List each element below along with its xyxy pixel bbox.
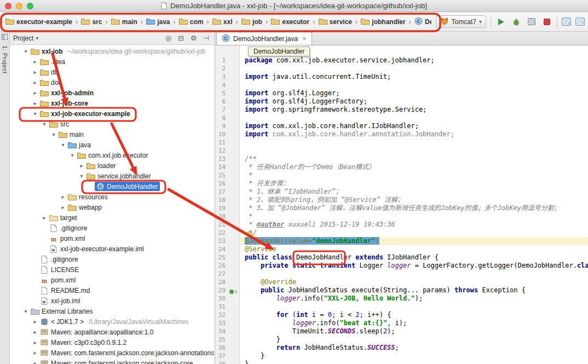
debug-button[interactable] bbox=[511, 16, 522, 27]
stop-button[interactable] bbox=[541, 16, 552, 27]
line-number[interactable]: 26 bbox=[215, 262, 240, 270]
line-number[interactable]: 35 bbox=[215, 336, 240, 344]
line-number[interactable]: 8 bbox=[215, 114, 240, 122]
chevron-collapsed-icon[interactable]: ▸ bbox=[78, 163, 85, 169]
intention-bulb-icon[interactable] bbox=[246, 232, 252, 238]
close-window-button[interactable] bbox=[5, 3, 11, 9]
breadcrumb-item-executor[interactable]: executor bbox=[270, 16, 310, 27]
tree-row-readme.md[interactable]: README.md bbox=[10, 285, 215, 296]
tree-row-src[interactable]: ▾src bbox=[10, 119, 215, 129]
tree-row-xxl-job[interactable]: ▾xxl-job~/workspaces/idea-git-workspace/… bbox=[10, 46, 215, 56]
chevron-collapsed-icon[interactable]: ▸ bbox=[31, 79, 39, 85]
line-number[interactable]: 34 bbox=[215, 327, 240, 336]
zoom-window-button[interactable] bbox=[27, 3, 33, 9]
line-number[interactable]: 10 bbox=[215, 130, 240, 138]
chevron-collapsed-icon[interactable]: ▸ bbox=[31, 319, 39, 325]
line-number[interactable]: 11 bbox=[215, 138, 240, 147]
view-dropdown-icon[interactable]: ▾ bbox=[36, 35, 38, 41]
tree-row-.gitignore[interactable]: .gitignore bbox=[10, 223, 215, 233]
tree-row-xxl-job-executor-example.iml[interactable]: xxl-job-executor-example.iml bbox=[10, 244, 215, 254]
run-config-selector[interactable]: Tomcat7 ▾ bbox=[436, 15, 486, 28]
project-toolwindow-button[interactable]: 1: Project bbox=[2, 45, 8, 73]
chevron-expanded-icon[interactable]: ▾ bbox=[50, 131, 57, 137]
collapse-all-icon[interactable]: ⊟ bbox=[176, 34, 186, 42]
line-number[interactable]: 15 bbox=[215, 171, 240, 180]
tree-row-xxl-job-executor-example[interactable]: ▾xxl-job-executor-example bbox=[10, 108, 215, 119]
tree-row-db[interactable]: ▸db bbox=[10, 67, 215, 77]
breadcrumb-item-main[interactable]: main bbox=[110, 16, 139, 27]
breadcrumb-item-xxl[interactable]: xxl bbox=[211, 16, 234, 27]
line-number[interactable]: 1 bbox=[215, 56, 240, 65]
line-number[interactable]: 37 bbox=[215, 352, 240, 360]
breadcrumb-item-demojobhandler[interactable]: CDemoJobHandler bbox=[413, 16, 431, 28]
line-number[interactable]: 16 bbox=[215, 180, 240, 188]
line-number[interactable]: 38 bbox=[215, 360, 240, 364]
tree-row-.idea[interactable]: ▸.idea bbox=[10, 56, 215, 67]
chevron-collapsed-icon[interactable]: ▸ bbox=[59, 194, 67, 200]
line-number[interactable]: 31 bbox=[215, 303, 240, 311]
line-number[interactable]: 21 bbox=[215, 221, 240, 229]
tree-row-main[interactable]: ▾main bbox=[10, 129, 215, 140]
line-number[interactable]: 28 bbox=[215, 278, 240, 286]
line-number[interactable]: 5 bbox=[215, 89, 240, 97]
line-number[interactable]: 22 bbox=[215, 229, 240, 237]
tree-row-webapp[interactable]: ▸webapp bbox=[10, 202, 215, 212]
vcs-commit-button[interactable]: ↑ bbox=[575, 18, 585, 26]
tree-row-demojobhandler[interactable]: CDemoJobHandler bbox=[10, 181, 215, 192]
line-number[interactable]: 13 bbox=[215, 155, 240, 163]
tree-row-loader[interactable]: ▸loader bbox=[10, 160, 215, 171]
line-number[interactable]: 29↑ bbox=[215, 286, 240, 294]
line-number[interactable]: 19 bbox=[215, 204, 240, 212]
context-tag[interactable]: DemoJobHandler bbox=[248, 47, 310, 56]
chevron-collapsed-icon[interactable]: ▸ bbox=[31, 100, 39, 106]
tree-row-maven-com.fasterxml.jackson.core-jackson-annotations[interactable]: ▸Maven: com.fasterxml.jackson.core:jacks… bbox=[10, 348, 215, 358]
line-number[interactable]: 9 bbox=[215, 122, 240, 130]
tree-row-maven-aopalliance-aopalliance-1.0[interactable]: ▸Maven: aopalliance:aopalliance:1.0 bbox=[10, 327, 215, 337]
tree-row-external-libraries[interactable]: ▾External Libraries bbox=[10, 306, 215, 316]
chevron-expanded-icon[interactable]: ▾ bbox=[31, 111, 39, 117]
chevron-collapsed-icon[interactable]: ▸ bbox=[31, 69, 39, 75]
breadcrumb-item-src[interactable]: src bbox=[80, 16, 103, 27]
tree-row-service.jobhandler[interactable]: ▾service.jobhandler bbox=[10, 171, 215, 181]
line-number[interactable]: 17 bbox=[215, 188, 240, 196]
line-number[interactable]: 36 bbox=[215, 344, 240, 352]
breadcrumb-item-job[interactable]: job bbox=[240, 16, 263, 27]
coverage-button[interactable] bbox=[526, 16, 537, 27]
line-number[interactable]: 2 bbox=[215, 65, 240, 73]
chevron-collapsed-icon[interactable]: ▸ bbox=[31, 360, 39, 364]
tree-row-license[interactable]: LICENSE bbox=[10, 264, 215, 275]
chevron-expanded-icon[interactable]: ▾ bbox=[68, 152, 76, 158]
breadcrumb-item-java[interactable]: java bbox=[145, 16, 171, 27]
tree-row-com.xxl.job.executor[interactable]: ▾com.xxl.job.executor bbox=[10, 150, 215, 160]
tree-row-maven-c3p0-c3p0-0.9.1.2[interactable]: ▸Maven: c3p0:c3p0:0.9.1.2 bbox=[10, 337, 215, 348]
breadcrumb-item-executor-example[interactable]: executor-example bbox=[4, 16, 73, 27]
line-number[interactable]: 25 bbox=[215, 253, 240, 262]
chevron-expanded-icon[interactable]: ▾ bbox=[22, 48, 30, 54]
close-icon[interactable]: × bbox=[302, 34, 307, 43]
chevron-collapsed-icon[interactable]: ▸ bbox=[31, 90, 39, 96]
tree-row-xxl-job.iml[interactable]: xxl-job.iml bbox=[10, 296, 215, 306]
chevron-collapsed-icon[interactable]: ▸ bbox=[41, 215, 48, 221]
line-number[interactable]: 6 bbox=[215, 97, 240, 106]
minimize-window-button[interactable] bbox=[16, 3, 22, 9]
line-number[interactable]: 4 bbox=[215, 81, 240, 89]
chevron-collapsed-icon[interactable]: ▸ bbox=[59, 204, 67, 210]
chevron-collapsed-icon[interactable]: ▸ bbox=[31, 350, 39, 356]
chevron-collapsed-icon[interactable]: ▸ bbox=[31, 339, 39, 345]
line-number[interactable]: 23 bbox=[215, 237, 240, 245]
run-button[interactable] bbox=[495, 16, 506, 27]
line-number[interactable]: 24 bbox=[215, 245, 240, 253]
tree-row-maven-com.fasterxml.jackson.core-jackson-core[interactable]: ▸Maven: com.fasterxml.jackson.core:jacks… bbox=[10, 358, 215, 364]
breadcrumb-item-service[interactable]: service bbox=[318, 16, 353, 27]
locate-icon[interactable]: ◎ bbox=[163, 34, 174, 42]
line-number[interactable]: 3 bbox=[215, 73, 240, 81]
line-number[interactable]: 12 bbox=[215, 147, 240, 155]
chevron-expanded-icon[interactable]: ▾ bbox=[41, 121, 48, 127]
tree-row-xxl-job-core[interactable]: ▸xxl-job-core bbox=[10, 98, 215, 108]
vcs-update-button[interactable]: ↓ bbox=[562, 18, 571, 26]
line-number[interactable]: 32 bbox=[215, 311, 240, 319]
hide-panel-icon[interactable]: ⊣ bbox=[201, 34, 211, 42]
editor-tab[interactable]: C DemoJobHandler.java × bbox=[216, 32, 312, 45]
tree-row-resources[interactable]: ▸resources bbox=[10, 192, 215, 202]
code-area[interactable]: 1package com.xxl.job.executor.service.jo… bbox=[215, 45, 588, 364]
